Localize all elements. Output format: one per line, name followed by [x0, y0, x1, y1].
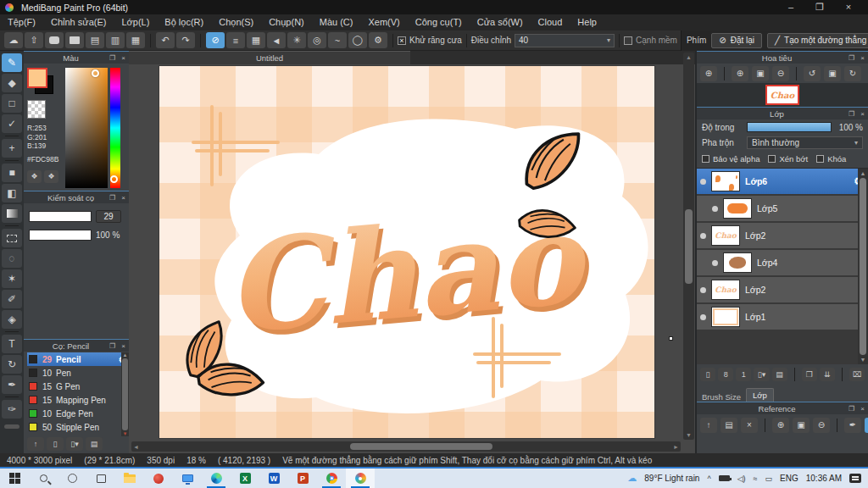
popout-icon[interactable]: ❐	[107, 54, 118, 62]
snap-grid-button[interactable]: ▦	[247, 32, 265, 48]
brush-size-value[interactable]: 29	[96, 210, 121, 223]
cortana-button[interactable]	[58, 469, 86, 488]
taskbar-search-button[interactable]	[29, 469, 58, 488]
menu-color[interactable]: Màu (C)	[312, 14, 361, 30]
brush-size-slider[interactable]	[29, 211, 92, 222]
clipping-checkbox[interactable]	[768, 155, 776, 163]
menu-edit[interactable]: Chỉnh sửa(E)	[43, 14, 114, 30]
canvas-artboard[interactable]: Chao Chao	[159, 66, 654, 438]
menu-view[interactable]: Xem(V)	[360, 14, 407, 30]
delete-layer-button[interactable]: ⌧	[849, 368, 865, 381]
visibility-dot-icon[interactable]	[700, 287, 706, 293]
visibility-dot-icon[interactable]	[712, 260, 718, 266]
brush-opacity-slider[interactable]	[29, 230, 92, 241]
reference-hand-button[interactable]: ✋	[865, 418, 868, 433]
visibility-dot-icon[interactable]	[700, 314, 706, 320]
snap-curve-button[interactable]: ~	[328, 32, 347, 48]
lasso-tool[interactable]: ◌	[2, 249, 22, 268]
reset-button[interactable]: ⊘ Đặt lại	[711, 33, 762, 48]
popout-icon[interactable]: ❐	[107, 194, 118, 202]
sv-marker[interactable]	[92, 69, 99, 77]
rotate-canvas-tool[interactable]: ↻	[2, 355, 22, 374]
move-tool[interactable]: +	[2, 139, 22, 158]
minimize-button[interactable]: –	[776, 0, 805, 14]
brush-row-edge-pen[interactable]: 10 Edge Pen	[27, 407, 129, 420]
control-point-tool[interactable]: ✓	[2, 114, 22, 133]
undo-button[interactable]: ↶	[156, 32, 175, 48]
blend-mode-dropdown[interactable]: Bình thường ▾	[747, 136, 863, 149]
zoom-in-button[interactable]: ⊕	[732, 66, 748, 81]
scroll-left-icon[interactable]: ◄	[133, 444, 139, 450]
export-button[interactable]: ⇧	[25, 32, 43, 48]
chat-button[interactable]	[45, 32, 64, 48]
menu-layer[interactable]: Lớp(L)	[114, 14, 157, 30]
layer-row-lop1[interactable]: Lớp1	[697, 304, 868, 330]
scroll-up-icon[interactable]: ▲	[860, 170, 866, 176]
close-panel-icon[interactable]: ×	[857, 405, 868, 413]
action-center-icon[interactable]	[849, 474, 861, 483]
word-button[interactable]: W	[259, 469, 288, 488]
bucket-tool[interactable]: ◧	[2, 184, 22, 202]
zoom-out-button[interactable]: ⊖	[772, 66, 789, 81]
popout-icon[interactable]: ❐	[107, 342, 118, 350]
popout-icon[interactable]: ❐	[846, 54, 857, 62]
visibility-dot-icon[interactable]	[700, 233, 706, 239]
reference-clear-button[interactable]: ×	[741, 418, 758, 433]
redo-button[interactable]: ↷	[176, 32, 195, 48]
wifi-icon[interactable]: ≈	[754, 474, 758, 483]
hue-slider[interactable]	[110, 68, 120, 188]
select-rect-tool[interactable]	[2, 229, 22, 247]
menu-window[interactable]: Cửa sổ(W)	[470, 14, 531, 30]
navigator-preview-strip[interactable]: Chao	[697, 83, 868, 107]
scroll-thumb[interactable]	[860, 178, 866, 355]
visibility-dot-icon[interactable]	[712, 206, 718, 212]
alpha-lock-checkbox[interactable]	[702, 155, 709, 163]
chrome-button[interactable]	[317, 469, 346, 488]
file-explorer-button[interactable]	[115, 469, 144, 488]
navigator-thumbnail[interactable]: Chao	[765, 85, 799, 105]
tab-layer[interactable]: Lớp	[746, 388, 774, 402]
snap-settings-button[interactable]: ⚙	[369, 32, 387, 48]
transparent-color-swatch[interactable]	[27, 100, 46, 119]
material-button[interactable]: ▦	[126, 32, 145, 48]
cloud-save-button[interactable]: ☁	[4, 32, 23, 48]
layer-opacity-slider[interactable]	[747, 122, 832, 132]
reference-zoom-fit-button[interactable]: ▣	[793, 418, 810, 433]
layer-list-scrollbar[interactable]: ▲ ▼	[858, 169, 868, 364]
tray-chevron-icon[interactable]: ^	[707, 474, 710, 483]
brush-row-gpen[interactable]: 15 G Pen	[27, 380, 129, 393]
new-8bit-layer-button[interactable]: 8	[718, 368, 733, 381]
reference-zoom-in-button[interactable]: ⊕	[772, 418, 789, 433]
merge-down-button[interactable]: ⇊	[820, 368, 835, 381]
reference-upload-button[interactable]: ↑	[700, 418, 717, 433]
speaker-icon[interactable]: ◁)	[737, 474, 746, 483]
duplicate-layer-button[interactable]: ❐	[802, 368, 817, 381]
document-button[interactable]: ▤	[86, 32, 104, 48]
brush-new-menu-button[interactable]: ▯▾	[66, 437, 83, 451]
saturation-value-picker[interactable]	[65, 68, 108, 188]
brush-row-pencil[interactable]: 29 Pencil ⚙	[27, 352, 129, 366]
close-panel-icon[interactable]: ×	[118, 194, 129, 202]
snap-radial-button[interactable]: ✳	[287, 32, 306, 48]
snap-vanishing-button[interactable]: ◄	[267, 32, 286, 48]
snap-parallel-button[interactable]: ≡	[226, 32, 245, 48]
vertical-scrollbar[interactable]: ▲ ▼	[683, 53, 694, 440]
new-layer-button[interactable]: ▯	[700, 368, 715, 381]
horizontal-scroll-thumb[interactable]	[350, 443, 492, 450]
snap-off-button[interactable]: ⊘	[206, 32, 225, 48]
powerpoint-button[interactable]: P	[288, 469, 317, 488]
rotate-reset-button[interactable]: ▣	[824, 66, 841, 81]
red-app-button[interactable]	[144, 469, 173, 488]
reference-zoom-out-button[interactable]: ⊖	[813, 418, 830, 433]
palette-add-button[interactable]: ❖	[44, 170, 58, 183]
popout-icon[interactable]: ❐	[846, 110, 857, 118]
divide-tool[interactable]: ✑	[2, 400, 22, 419]
brush-new-button[interactable]: ▯	[47, 437, 64, 451]
rotate-left-button[interactable]: ↺	[804, 66, 821, 81]
shape-tool[interactable]: □	[2, 94, 22, 113]
hue-marker[interactable]	[110, 175, 118, 183]
snap-concentric-button[interactable]: ◎	[308, 32, 326, 48]
gradient-tool[interactable]	[2, 204, 22, 223]
brush-tool[interactable]: ✎	[2, 53, 22, 72]
menu-filter[interactable]: Bộ lọc(R)	[157, 14, 211, 30]
